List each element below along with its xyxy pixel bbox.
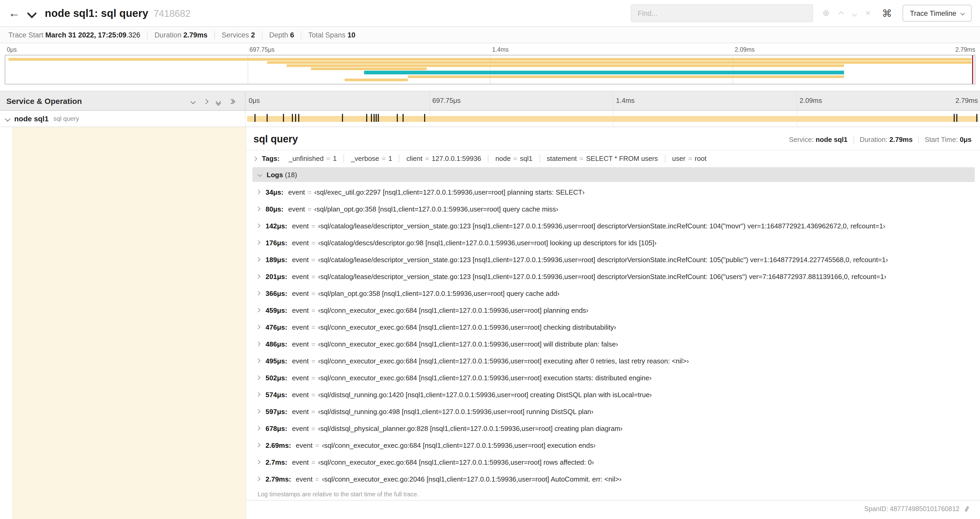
prev-match-button[interactable] <box>839 9 843 17</box>
log-tick-marker <box>295 114 296 122</box>
span-row-name-column[interactable]: node sql1 sql query <box>0 111 245 126</box>
log-entry[interactable]: 201μs: event = ‹sql/catalog/lease/descri… <box>252 268 975 285</box>
chevron-right-icon <box>256 257 261 262</box>
expand-one-button[interactable] <box>204 97 208 105</box>
summary-item: Duration 2.79ms <box>147 31 214 39</box>
log-entry[interactable]: 486μs: event = ‹sql/conn_executor_exec.g… <box>252 335 975 352</box>
chevron-right-icon <box>256 190 261 194</box>
back-arrow-icon: ← <box>8 6 20 19</box>
log-key: event <box>292 357 309 365</box>
expander-chevron-down-icon[interactable] <box>5 116 10 121</box>
log-key: event <box>288 188 305 196</box>
log-timestamp: 34μs: <box>266 188 283 196</box>
chevron-right-icon <box>256 443 261 447</box>
log-entry[interactable]: 495μs: event = ‹sql/conn_executor_exec.g… <box>252 352 975 369</box>
collapse-controls <box>191 97 239 105</box>
log-value: ‹sql/conn_executor_exec.go:684 [nsql1,cl… <box>322 441 596 449</box>
logs-label: Logs <box>267 171 283 179</box>
chevron-right-icon <box>256 241 261 245</box>
log-key: event <box>292 407 309 415</box>
log-timestamp: 176μs: <box>266 239 287 247</box>
locate-icon: ⊕ <box>822 8 830 18</box>
minimap-span-bar <box>345 78 407 81</box>
log-key: event <box>292 306 309 314</box>
log-entry[interactable]: 2.7ms: event = ‹sql/conn_executor_exec.g… <box>252 454 975 471</box>
ruler-time-label: 0μs <box>245 96 260 104</box>
tag-item: node=sql1 <box>488 155 539 163</box>
tags-accordion[interactable]: Tags: _unfinished=1 _verbose=1 client=12… <box>246 150 980 166</box>
log-entry[interactable]: 574μs: event = ‹sql/distsql_running.go:1… <box>252 386 975 403</box>
minimap[interactable] <box>5 55 975 85</box>
service-operation-header: Service & Operation <box>0 91 245 110</box>
log-tick-marker <box>371 114 372 122</box>
log-entry[interactable]: 34μs: event = ‹sql/exec_util.go:2297 [ns… <box>252 184 975 200</box>
next-match-button[interactable] <box>852 9 856 17</box>
command-icon: ⌘ <box>882 8 892 19</box>
minimap-cursor[interactable] <box>972 55 973 84</box>
copy-link-icon[interactable] <box>963 505 970 513</box>
log-tick-marker <box>299 114 299 122</box>
log-entry[interactable]: 597μs: event = ‹sql/distsql_running.go:4… <box>252 403 975 420</box>
view-select-button[interactable]: Trace Timeline <box>902 5 972 22</box>
log-entry[interactable]: 459μs: event = ‹sql/conn_executor_exec.g… <box>252 302 975 319</box>
log-entry[interactable]: 678μs: event = ‹sql/distsql_physical_pla… <box>252 420 975 437</box>
minimap-time-label: 1.4ms <box>490 46 509 53</box>
log-key: event <box>296 475 313 483</box>
log-value: ‹sql/catalog/descs/descriptor.go:98 [nsq… <box>318 239 657 247</box>
log-key: event <box>292 256 309 263</box>
log-entry[interactable]: 80μs: event = ‹sql/plan_opt.go:358 [nsql… <box>252 200 975 217</box>
log-tick-marker <box>378 114 379 122</box>
log-entry[interactable]: 2.69ms: event = ‹sql/conn_executor_exec.… <box>252 437 975 454</box>
span-detail-title: sql query <box>253 133 298 145</box>
log-entry[interactable]: 502μs: event = ‹sql/conn_executor_exec.g… <box>252 369 975 386</box>
tags-label: Tags: <box>262 155 280 163</box>
collapse-trace-toggle[interactable] <box>29 10 35 17</box>
log-key: event <box>292 272 309 280</box>
expand-all-button[interactable] <box>229 97 234 105</box>
log-key: event <box>292 391 309 398</box>
chevron-down-icon <box>851 11 857 16</box>
log-timestamp: 486μs: <box>266 340 287 348</box>
span-log-ticks <box>245 111 980 126</box>
log-entry[interactable]: 176μs: event = ‹sql/catalog/descs/descri… <box>252 234 975 251</box>
chevron-down-icon <box>258 172 262 177</box>
tag-item: statement=SELECT * FROM users <box>539 155 665 163</box>
log-value: ‹sql/distsql_running.go:498 [nsql1,clien… <box>318 407 593 415</box>
log-value: ‹sql/conn_executor_exec.go:684 [nsql1,cl… <box>318 340 618 348</box>
locate-button[interactable]: ⊕ <box>822 9 830 18</box>
log-entry[interactable]: 142μs: event = ‹sql/catalog/lease/descri… <box>252 217 975 234</box>
summary-item: Services 2 <box>215 31 262 39</box>
log-timestamp: 366μs: <box>266 289 287 297</box>
span-row[interactable]: node sql1 sql query <box>0 111 980 127</box>
log-tick-marker <box>976 114 977 122</box>
find-input[interactable] <box>631 4 813 22</box>
close-icon: × <box>865 8 870 18</box>
log-entry[interactable]: 189μs: event = ‹sql/catalog/lease/descri… <box>252 251 975 268</box>
log-entry[interactable]: 2.79ms: event = ‹sql/conn_executor_exec.… <box>252 471 975 487</box>
back-button[interactable]: ← <box>8 7 20 19</box>
span-row-timeline[interactable] <box>245 111 980 126</box>
log-tick-marker <box>403 114 404 122</box>
log-value: ‹sql/exec_util.go:2297 [nsql1,client=127… <box>314 188 585 196</box>
log-key: event <box>292 424 309 432</box>
log-entry[interactable]: 366μs: event = ‹sql/plan_opt.go:358 [nsq… <box>252 285 975 302</box>
chevron-right-icon <box>256 477 261 481</box>
span-id-value: 4877749850101760812 <box>890 505 959 513</box>
log-tick-marker <box>954 114 955 122</box>
log-timestamp: 2.79ms: <box>266 475 291 483</box>
trace-id: 7418682 <box>154 8 191 19</box>
tag-item: client=127.0.0.1:59936 <box>399 155 488 163</box>
log-value: ‹sql/plan_opt.go:358 [nsql1,client=127.0… <box>314 205 558 213</box>
clear-search-button[interactable]: × <box>865 9 870 18</box>
chevron-down-icon <box>961 11 965 16</box>
collapse-all-button[interactable] <box>216 97 220 105</box>
log-value: ‹sql/conn_executor_exec.go:684 [nsql1,cl… <box>318 306 588 314</box>
keyboard-shortcuts-button[interactable]: ⌘ <box>882 8 892 18</box>
logs-accordion-header[interactable]: Logs (18) <box>252 167 975 182</box>
log-entry[interactable]: 476μs: event = ‹sql/conn_executor_exec.g… <box>252 319 975 335</box>
logs-footnote: Log timestamps are relative to the start… <box>258 491 974 497</box>
ruler-time-label: 697.75μs <box>429 96 461 104</box>
minimap-time-label: 0μs <box>5 46 17 53</box>
log-tick-marker <box>342 114 343 122</box>
collapse-one-button[interactable] <box>191 97 195 105</box>
